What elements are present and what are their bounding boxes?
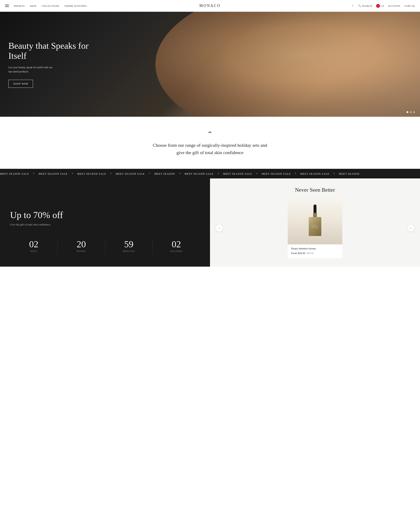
product-list: 77% SALE MÁDARA INFINITY DROPSAGING SERU… — [214, 198, 416, 258]
ticker-dot-9: • — [333, 172, 335, 175]
countdown-hours: 20 hours — [58, 238, 105, 254]
countdown-seconds-label: seconds — [153, 250, 200, 252]
ticker-dot-2: • — [72, 172, 73, 175]
countdown-hours-num: 20 — [58, 240, 105, 249]
account-link[interactable]: ACCOUNT — [388, 5, 401, 7]
main-nav: PRESETS SHOP COLLECTIONS THEME FEATURES … — [0, 0, 420, 12]
hero-dots — [407, 111, 415, 113]
ticker-item-3: Meet Season Sale — [77, 172, 106, 175]
dark-mode-toggle[interactable]: ☾ — [352, 4, 354, 7]
ticker-item-10: Meet Season — [339, 172, 359, 175]
site-logo[interactable]: MONACO — [199, 4, 221, 8]
countdown-days-label: days — [10, 250, 57, 252]
ticker-dot-7: • — [256, 172, 258, 175]
carousel-prev-button[interactable]: ‹ — [216, 225, 223, 232]
countdown-minutes-num: 59 — [105, 240, 152, 249]
bottle-product-text: INFINITY DROPSAGING SERUM — [311, 226, 319, 228]
quote-mark: “ — [9, 129, 411, 138]
promo-left: Up to 70% off Give the gift of total ski… — [0, 178, 210, 267]
product-image[interactable]: MÁDARA INFINITY DROPSAGING SERUM — [288, 198, 342, 244]
ticker-item-1: Meet Season Sale — [0, 172, 29, 175]
hero-section: Beauty that Speaks for Itself Let your b… — [0, 12, 420, 117]
nav-link-presets[interactable]: PRESETS — [14, 5, 25, 7]
ticker-inner: Meet Season Sale • Meet Season Sale • Me… — [0, 172, 359, 175]
product-name: Drops Immuno-Serum — [291, 247, 339, 250]
carousel-wrapper: ‹ 77% SALE MÁDARA INFINITY DROPSAGIN — [214, 198, 416, 258]
flag-icon — [376, 4, 380, 8]
countdown-seconds: 02 seconds — [153, 238, 200, 254]
nav-link-shop[interactable]: SHOP — [30, 5, 36, 7]
ticker-dot-8: • — [295, 172, 296, 175]
moon-icon: ☾ — [352, 4, 354, 7]
bottle-dropper — [314, 204, 316, 213]
ticker-item-7: Meet Season Sale — [223, 172, 252, 175]
hero-subtitle: Let your beauty speak for itself with ou… — [9, 65, 55, 74]
search-icon: 🔍 — [358, 4, 361, 7]
countdown-seconds-num: 02 — [153, 240, 200, 249]
cart-link[interactable]: CART (0) — [404, 5, 415, 7]
ticker-dot-1: • — [33, 172, 35, 175]
product-info: Drops Immuno-Serum From $20.00 $85.00 — [288, 244, 342, 255]
hero-content: Beauty that Speaks for Itself Let your b… — [9, 41, 96, 88]
promo-title: Up to 70% off — [10, 210, 200, 220]
quote-text: Choose from our range of surgically-insp… — [151, 141, 269, 156]
nav-link-collections[interactable]: COLLECTIONS — [42, 5, 60, 7]
countdown-days: 02 days — [10, 238, 58, 254]
ticker-item-9: Meet Season Sale — [300, 172, 329, 175]
ticker-banner: Meet Season Sale • Meet Season Sale • Me… — [0, 169, 420, 178]
bottle-neck — [313, 213, 317, 217]
ticker-dot-3: • — [110, 172, 112, 175]
price-old: $85.00 — [307, 252, 314, 255]
countdown-days-num: 02 — [10, 240, 57, 249]
countdown-hours-label: hours — [58, 250, 105, 252]
hero-title: Beauty that Speaks for Itself — [9, 41, 96, 61]
promo-right: Never Seen Better ‹ 77% SALE MÁDARA — [210, 178, 420, 267]
countdown-minutes: 59 minutes — [105, 238, 153, 254]
ticker-item-6: Meet Season Sale — [184, 172, 214, 175]
hero-dot-1[interactable] — [407, 111, 408, 113]
search-button[interactable]: 🔍 SEARCH — [358, 4, 372, 7]
ticker-item-4: Meet Season Sale — [116, 172, 145, 175]
bottle-brand-text: MÁDARA — [312, 225, 317, 226]
ticker-dot-4: • — [149, 172, 150, 175]
ticker-dot-5: • — [179, 172, 180, 175]
countdown-minutes-label: minutes — [105, 250, 152, 252]
hamburger-menu[interactable] — [5, 5, 9, 7]
bottle-illustration: MÁDARA INFINITY DROPSAGING SERUM — [306, 204, 324, 238]
section-title: Never Seen Better — [295, 187, 335, 193]
quote-section: “ Choose from our range of surgically-in… — [0, 117, 420, 169]
country-selector[interactable]: CA — [376, 4, 384, 8]
hero-dot-2[interactable] — [410, 111, 411, 113]
nav-left: PRESETS SHOP COLLECTIONS THEME FEATURES — [5, 5, 87, 7]
nav-link-theme-features[interactable]: THEME FEATURES — [64, 5, 87, 7]
carousel-next-button[interactable]: › — [407, 225, 414, 232]
price-new: From $20.00 — [291, 252, 305, 255]
hero-cta-button[interactable]: SHOP NOW — [9, 80, 33, 88]
split-section: Up to 70% off Give the gift of total ski… — [0, 178, 420, 267]
promo-subtitle: Give the gift of total skin confidence. — [10, 223, 200, 226]
product-prices: From $20.00 $85.00 — [291, 252, 339, 255]
product-card: 77% SALE MÁDARA INFINITY DROPSAGING SERU… — [288, 198, 342, 258]
countdown: 02 days 20 hours 59 minutes 02 seconds — [10, 238, 200, 254]
ticker-item-8: Meet Season Sale — [262, 172, 291, 175]
bottle-body: MÁDARA INFINITY DROPSAGING SERUM — [309, 217, 321, 236]
ticker-dot-6: • — [218, 172, 219, 175]
ticker-item-2: Meet Season Sale — [39, 172, 68, 175]
nav-right: ☾ 🔍 SEARCH CA ACCOUNT CART (0) — [352, 4, 415, 8]
ticker-item-5: Meet Season — [154, 172, 175, 175]
hero-dot-3[interactable] — [413, 111, 415, 113]
